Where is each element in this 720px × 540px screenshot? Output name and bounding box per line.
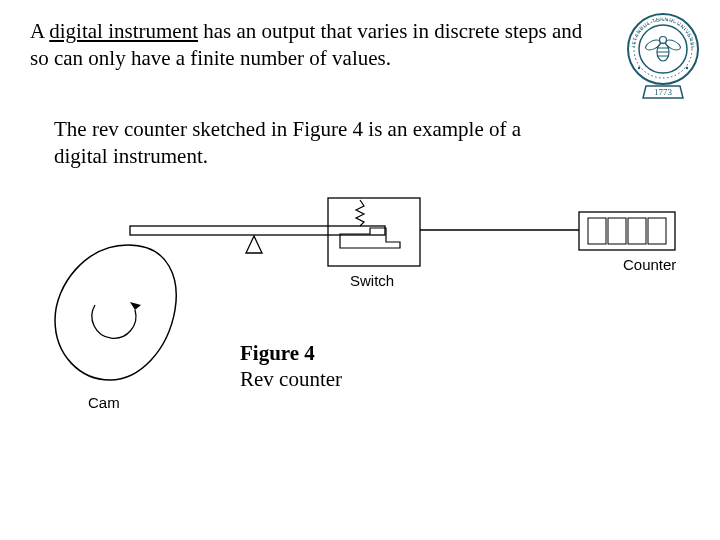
svg-point-8 [638,67,640,69]
counter-label: Counter [623,256,676,273]
paragraph-1: A digital instrument has an output that … [30,18,585,72]
caption-figure-title: Rev counter [240,367,342,391]
figure-rev-counter: Cam Switch Counter [40,190,690,420]
cam-label: Cam [88,394,120,411]
cam-outline-icon [55,245,176,380]
counter-digit-2-icon [608,218,626,244]
svg-marker-10 [130,302,141,310]
slide-page: ISTANBUL TEKNIK UNIVERSITESI 1773 A digi… [0,0,720,540]
counter-digit-3-icon [628,218,646,244]
switch-plunger-icon [340,228,400,248]
para1-underlined-term: digital instrument [49,19,198,43]
counter-digit-4-icon [648,218,666,244]
svg-point-9 [686,67,688,69]
switch-housing-icon [328,198,420,266]
paragraph-2: The rev counter sketched in Figure 4 is … [54,116,559,170]
logo-year: 1773 [654,87,673,97]
switch-label: Switch [350,272,394,289]
caption-figure-number: Figure 4 [240,341,315,365]
figure-caption: Figure 4 Rev counter [240,340,342,393]
counter-digit-1-icon [588,218,606,244]
svg-point-6 [664,38,682,52]
university-seal-logo: ISTANBUL TEKNIK UNIVERSITESI 1773 [626,12,700,102]
para1-prefix: A [30,19,49,43]
pivot-triangle-icon [246,236,262,253]
svg-point-5 [644,38,662,52]
spring-icon [356,200,364,226]
rotation-arrow-icon [92,305,136,338]
